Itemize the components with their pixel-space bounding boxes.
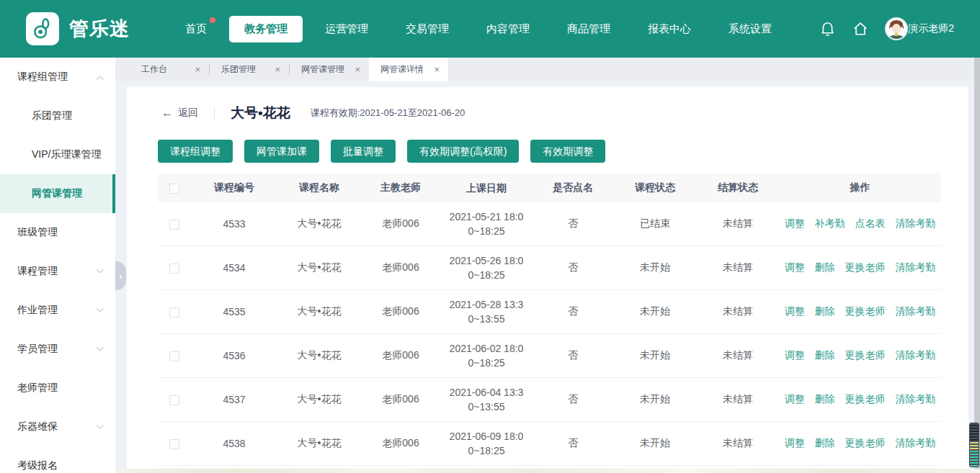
tab-bar: 工作台 × 乐团管理 × 网管课管理 × 网管课详情 × (115, 58, 980, 81)
close-icon[interactable]: × (195, 65, 200, 74)
navbar-right: 演示老师2 (819, 17, 954, 40)
sidebar-item-homework-mgmt[interactable]: 作业管理 (0, 291, 115, 330)
tab-online-course-detail[interactable]: 网管课详情 × (369, 58, 448, 81)
course-group-adjust-button[interactable]: 课程组调整 (158, 140, 233, 163)
row-checkbox[interactable] (169, 220, 179, 230)
main-menu: 首页 教务管理 运营管理 交易管理 内容管理 商品管理 报表中心 系统设置 (170, 16, 819, 42)
brand-logo[interactable]: 管乐迷 (26, 12, 130, 45)
chevron-down-icon (97, 343, 104, 351)
clear-attendance-link[interactable]: 清除考勤 (895, 349, 935, 361)
change-teacher-link[interactable]: 更换老师 (845, 393, 885, 405)
sidebar-item-online-course-mgmt[interactable]: 网管课管理 (0, 174, 115, 213)
adjust-link[interactable]: 调整 (785, 349, 805, 361)
sidebar-item-orchestra-mgmt[interactable]: 乐团管理 (0, 96, 115, 135)
course-table: 课程编号 课程名称 主教老师 上课日期 是否点名 课程状态 结算状态 操作 45… (158, 174, 941, 466)
table-row: 4536 大号•花花 老师006 2021-06-02 18:00~18:25 … (158, 334, 941, 378)
page-title: 大号•花花 (231, 104, 290, 122)
clear-attendance-link[interactable]: 清除考勤 (895, 393, 935, 405)
delete-link[interactable]: 删除 (815, 437, 835, 449)
change-teacher-link[interactable]: 更换老师 (845, 349, 885, 361)
tab-online-course-mgmt[interactable]: 网管课管理 × (290, 58, 369, 81)
table-row: 4538 大号•花花 老师006 2021-06-09 18:00~18:25 … (158, 422, 941, 466)
sidebar: 课程组管理 乐团管理 VIP/乐理课管理 网管课管理 班级管理 课程管理 作业管… (0, 58, 115, 473)
row-checkbox[interactable] (169, 263, 179, 274)
clear-attendance-link[interactable]: 清除考勤 (895, 305, 935, 317)
back-button[interactable]: ← 返回 (161, 107, 198, 120)
back-arrow-icon: ← (161, 107, 173, 120)
bell-icon[interactable] (819, 20, 836, 37)
row-checkbox[interactable] (169, 351, 179, 361)
table-header-row: 课程编号 课程名称 主教老师 上课日期 是否点名 课程状态 结算状态 操作 (158, 174, 941, 202)
scroll-minimap-widget (969, 423, 979, 467)
delete-link[interactable]: 删除 (815, 305, 835, 317)
row-checkbox[interactable] (169, 439, 179, 449)
home-icon[interactable] (852, 20, 869, 37)
close-icon[interactable]: × (434, 65, 440, 74)
change-teacher-link[interactable]: 更换老师 (845, 305, 885, 317)
sidebar-item-course-group-mgmt[interactable]: 课程组管理 (0, 58, 115, 96)
sidebar-item-student-mgmt[interactable]: 学员管理 (0, 330, 115, 369)
tab-workbench[interactable]: 工作台 × (130, 58, 209, 81)
tab-orchestra-mgmt[interactable]: 乐团管理 × (210, 58, 289, 81)
user-menu[interactable]: 演示老师2 (885, 17, 954, 40)
delete-link[interactable]: 删除 (815, 349, 835, 361)
notification-dot (210, 17, 215, 23)
table-row: 4534 大号•花花 老师006 2021-05-26 18:00~18:25 … (158, 246, 941, 290)
makeup-attendance-link[interactable]: 补考勤 (815, 217, 845, 229)
sidebar-item-class-mgmt[interactable]: 班级管理 (0, 213, 115, 252)
delete-link[interactable]: 删除 (815, 393, 835, 405)
horizontal-scroll-strip (115, 469, 980, 473)
chevron-down-icon (97, 266, 104, 273)
nav-item-products[interactable]: 商品管理 (552, 16, 625, 42)
vertical-scrollbar[interactable] (974, 58, 980, 473)
table-row: 4533 大号•花花 老师006 2021-05-21 18:00~18:25 … (158, 202, 941, 246)
nav-item-operations[interactable]: 运营管理 (310, 16, 383, 42)
add-online-class-button[interactable]: 网管课加课 (244, 140, 319, 163)
course-validity: 课程有效期:2021-05-21至2021-06-20 (311, 107, 466, 120)
detail-card: ← 返回 大号•花花 课程有效期:2021-05-21至2021-06-20 课… (127, 87, 968, 473)
change-teacher-link[interactable]: 更换老师 (845, 261, 885, 273)
tuba-logo-icon (26, 12, 59, 45)
chevron-down-icon (97, 305, 104, 312)
clear-attendance-link[interactable]: 清除考勤 (895, 437, 935, 449)
content-area: ← 返回 大号•花花 课程有效期:2021-05-21至2021-06-20 课… (115, 81, 980, 473)
adjust-link[interactable]: 调整 (785, 261, 805, 273)
batch-adjust-button[interactable]: 批量调整 (331, 140, 396, 163)
roll-call-sheet-link[interactable]: 点名表 (855, 217, 885, 229)
adjust-link[interactable]: 调整 (785, 393, 805, 405)
detail-header: ← 返回 大号•花花 课程有效期:2021-05-21至2021-06-20 (161, 102, 941, 124)
adjust-link[interactable]: 调整 (785, 305, 805, 317)
adjust-link[interactable]: 调整 (785, 437, 805, 449)
table-row: 4535 大号•花花 老师006 2021-05-28 13:30~13:55 … (158, 290, 941, 334)
clear-attendance-link[interactable]: 清除考勤 (895, 261, 935, 273)
nav-item-transactions[interactable]: 交易管理 (391, 16, 464, 42)
delete-link[interactable]: 删除 (815, 261, 835, 273)
validity-adjust-privileged-button[interactable]: 有效期调整(高权限) (407, 140, 519, 163)
sidebar-item-grade-exam-signup[interactable]: 考级报名 (0, 446, 115, 473)
chevron-down-icon (97, 421, 104, 428)
close-icon[interactable]: × (275, 65, 280, 74)
top-navbar: 管乐迷 首页 教务管理 运营管理 交易管理 内容管理 商品管理 报表中心 系统设… (0, 0, 980, 58)
nav-item-academic[interactable]: 教务管理 (229, 16, 303, 42)
adjust-link[interactable]: 调整 (785, 217, 805, 229)
row-checkbox[interactable] (169, 395, 179, 405)
nav-item-content[interactable]: 内容管理 (471, 16, 545, 42)
sidebar-item-vip-theory-mgmt[interactable]: VIP/乐理课管理 (0, 135, 115, 174)
table-row: 4537 大号•花花 老师006 2021-06-04 13:30~13:55 … (158, 378, 941, 422)
user-name: 演示老师2 (908, 22, 954, 35)
row-checkbox[interactable] (169, 307, 179, 317)
nav-item-home[interactable]: 首页 (170, 16, 222, 42)
select-all-checkbox[interactable] (169, 184, 179, 194)
nav-item-settings[interactable]: 系统设置 (713, 16, 787, 42)
avatar (885, 17, 908, 40)
divider (214, 107, 215, 119)
sidebar-item-instrument-maintenance[interactable]: 乐器维保 (0, 407, 115, 446)
change-teacher-link[interactable]: 更换老师 (845, 437, 885, 449)
sidebar-item-teacher-mgmt[interactable]: 老师管理 (0, 369, 115, 407)
toolbar: 课程组调整 网管课加课 批量调整 有效期调整(高权限) 有效期调整 (158, 140, 941, 163)
nav-item-reports[interactable]: 报表中心 (633, 16, 706, 42)
clear-attendance-link[interactable]: 清除考勤 (895, 217, 935, 229)
sidebar-item-course-mgmt[interactable]: 课程管理 (0, 252, 115, 291)
validity-adjust-button[interactable]: 有效期调整 (530, 140, 605, 163)
close-icon[interactable]: × (355, 65, 360, 74)
